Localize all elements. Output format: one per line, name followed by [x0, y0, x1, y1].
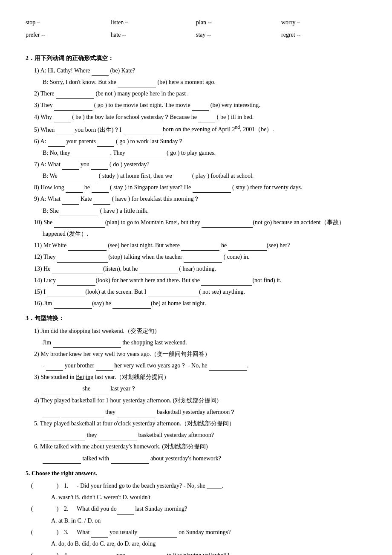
vocab-item-prefer: prefer --	[26, 29, 111, 40]
blank-2-11a[interactable]	[68, 244, 107, 251]
item-2-7b: B: We ( study ) at home first, then we (…	[43, 171, 366, 181]
blank-2-6a2[interactable]	[97, 140, 114, 147]
blank-2-10a[interactable]	[54, 221, 105, 228]
vocab-item-stay: stay --	[196, 29, 281, 40]
blank-2-9a1[interactable]	[62, 198, 79, 205]
item-2-14: 14) Lucy (look) for her watch here and t…	[34, 275, 366, 286]
item-2-11-end: (see) her?	[267, 242, 290, 249]
item-2-6a-text: 6) A:	[34, 138, 48, 145]
blank-2-1-1[interactable]	[92, 69, 109, 76]
item-3-4: 4) They played basketball for 1 hour yes…	[34, 395, 366, 406]
answer-1[interactable]	[38, 480, 51, 491]
blank-2-4a[interactable]	[54, 116, 71, 122]
blank-3-4c[interactable]	[117, 410, 156, 417]
blank-2-9a2[interactable]	[93, 198, 110, 205]
item-2-2: 2) There (be not ) many people here in t…	[34, 88, 366, 99]
blank-2-16a[interactable]	[54, 302, 92, 309]
item-2-11: 11) Mr White (see) her last night. But w…	[34, 240, 366, 251]
blank-3-3b[interactable]	[92, 387, 109, 394]
item-2-12-a: 12) They	[34, 254, 57, 260]
blank-2-9b[interactable]	[60, 209, 98, 216]
blank-2-7a2[interactable]	[91, 163, 108, 170]
choices-text-3: A. do, do B. did, do C. are, do D. are, …	[51, 541, 156, 547]
blank-2-6b2[interactable]	[127, 151, 165, 158]
item-3-2: 2) My brother knew her very well two yea…	[34, 349, 366, 359]
blank-2-12a[interactable]	[57, 256, 108, 263]
item-2-10-a: 10) She	[34, 219, 54, 225]
item-2-9a-end: ( have ) for breakfast this morning？	[110, 196, 200, 202]
item-2-6b-they: . They	[110, 150, 127, 156]
answer-4[interactable]	[38, 550, 51, 555]
answer-2[interactable]	[38, 503, 51, 514]
item-2-3-a: 3) They	[34, 102, 54, 108]
blank-3-6a[interactable]	[43, 457, 81, 464]
blank-2-10b[interactable]	[202, 221, 253, 228]
blank-3-2b[interactable]	[96, 364, 113, 371]
blank-3-4a[interactable]	[43, 410, 60, 417]
choice-item-1: ( ) 1. - Did your friend go to the beach…	[26, 480, 366, 491]
blank-2-3b[interactable]	[192, 104, 209, 111]
item-2-14-c: (not find) it.	[252, 277, 281, 283]
blank-q3b[interactable]	[139, 531, 177, 538]
blank-2-6b1[interactable]	[72, 151, 110, 158]
q-num-2: 2.	[64, 503, 77, 514]
blank-2-4b[interactable]	[198, 116, 215, 122]
section-5-title: 5. Choose the right answers.	[26, 468, 366, 479]
paren-4: (	[26, 550, 38, 555]
blank-2-16b[interactable]	[112, 302, 151, 309]
blank-2-2[interactable]	[56, 92, 94, 99]
blank-q2[interactable]	[117, 508, 134, 515]
blank-2-13a[interactable]	[52, 267, 103, 274]
blank-2-1b[interactable]	[118, 81, 156, 87]
blank-3-6b[interactable]	[111, 457, 149, 464]
blank-2-3a[interactable]	[54, 104, 92, 111]
blank-2-11b[interactable]	[181, 244, 219, 251]
blank-2-14b[interactable]	[201, 279, 252, 286]
blank-3-2a[interactable]	[46, 364, 63, 371]
blank-3-2c[interactable]	[209, 364, 247, 371]
blank-2-7b2[interactable]	[173, 174, 190, 181]
item-2-4: 4) Why ( be ) the boy late for school ye…	[34, 112, 366, 122]
blank-2-8b[interactable]	[92, 186, 109, 193]
item-2-12-b: (stop) talking when the teacher	[108, 254, 184, 260]
item-2-11-a: 11) Mr White	[34, 242, 68, 249]
choice-item-4: ( ) 4. you to like playing volleyball?	[26, 550, 366, 555]
item-3-3-blank: she last year？	[43, 383, 366, 394]
item-2-15-c: ( not see) anything.	[199, 289, 245, 295]
blank-3-5a[interactable]	[43, 434, 85, 440]
blank-2-13b[interactable]	[139, 267, 178, 274]
blank-2-7b1[interactable]	[59, 174, 97, 181]
blank-3-1[interactable]	[53, 341, 121, 348]
item-3-1-end: the shopping last weekend.	[121, 339, 187, 346]
blank-2-15b[interactable]	[148, 290, 199, 297]
blank-2-7a1[interactable]	[62, 163, 79, 170]
item-2-3: 3) They ( go ) to the movie last night. …	[34, 100, 366, 110]
blank-2-6a1[interactable]	[48, 140, 65, 147]
item-3-3: 3) She studied in Beijing last year.（对划线…	[34, 372, 366, 382]
blank-2-12b[interactable]	[184, 256, 222, 263]
answer-3[interactable]	[38, 527, 51, 538]
item-2-16-b: (say) he	[92, 300, 112, 306]
item-2-1b: B: Sorry, I don't know. But she (be) her…	[43, 77, 366, 87]
blank-2-15a[interactable]	[47, 290, 85, 297]
item-2-1-be: (be) Kate?	[109, 67, 135, 74]
blank-2-11c[interactable]	[228, 244, 267, 251]
blank-q3a[interactable]	[91, 531, 108, 538]
blank-3-4b[interactable]	[61, 410, 104, 417]
blank-2-5b[interactable]	[123, 128, 161, 135]
blank-3-5b[interactable]	[98, 434, 137, 440]
item-3-6-label: 6. Mike talked with me about yesterday's…	[34, 443, 208, 450]
blank-2-5a[interactable]	[56, 128, 73, 135]
choices-text-1: A. wasn't B. didn't C. weren't D. wouldn…	[51, 494, 150, 500]
blank-2-8c[interactable]	[193, 186, 231, 193]
paren-3: (	[26, 527, 38, 538]
item-2-12-c: ( come) in.	[222, 254, 250, 260]
blank-2-14a[interactable]	[57, 279, 95, 286]
item-2-11-he: he	[219, 242, 228, 249]
item-2-12: 12) They (stop) talking when the teacher…	[34, 251, 366, 262]
blank-2-8a[interactable]	[66, 186, 83, 193]
item-3-4-they: they	[104, 409, 117, 415]
choice-item-2: ( ) 2. What did you do last Sunday morni…	[26, 503, 366, 514]
blank-3-3a[interactable]	[43, 387, 81, 394]
item-2-5-a: 5) When	[34, 126, 56, 133]
